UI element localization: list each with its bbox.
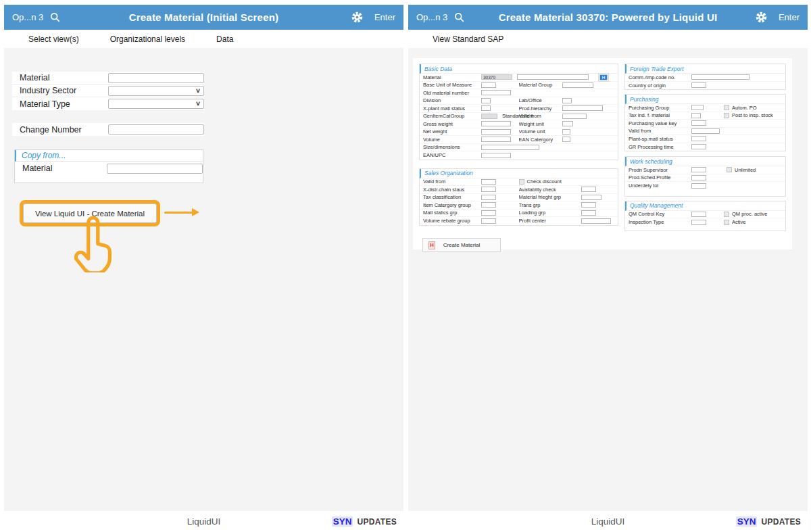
field-row: Old material number <box>420 89 618 97</box>
volume-input[interactable] <box>481 137 511 142</box>
tab-data[interactable]: Data <box>216 34 233 44</box>
valid-from-input[interactable] <box>481 179 496 185</box>
gear-icon[interactable] <box>351 11 364 24</box>
comm-imp-code-no-input[interactable] <box>691 74 749 80</box>
valid-from-input[interactable] <box>562 114 587 119</box>
copy-material-row: Material <box>15 162 203 175</box>
trans-grp-input[interactable] <box>581 202 596 208</box>
inspection-type-label: Inspection Type <box>629 219 691 225</box>
availablity-check-input[interactable] <box>581 187 596 192</box>
left-tabbar: Select view(s) Organizational levels Dat… <box>4 30 403 48</box>
left-panel: Op...n 3 Create Material (Initial Screen… <box>4 5 403 532</box>
back-button[interactable]: Op...n 3 <box>416 12 447 22</box>
inspection-type-input[interactable] <box>691 220 706 225</box>
right-tabbar: View Standard SAP <box>408 30 808 48</box>
gross-weight-input[interactable] <box>481 121 511 126</box>
material-frieght-grp-input[interactable] <box>581 195 601 200</box>
enter-button[interactable]: Enter <box>779 12 800 22</box>
size-dimensions-input[interactable] <box>481 145 539 150</box>
create-material-button[interactable]: H Create Material <box>422 238 501 252</box>
field-row: Inspection TypeActive <box>625 218 785 226</box>
sales-organization-section-title: Sales Organization <box>420 169 618 178</box>
ean-catergory-input[interactable] <box>562 137 570 142</box>
material-group-input[interactable] <box>562 82 593 88</box>
purchasing-group-label: Purchasing Group <box>629 105 691 111</box>
volume-unit-input[interactable] <box>562 129 570 135</box>
net-weight-input[interactable] <box>481 129 511 135</box>
volume-label: Volume <box>423 137 481 143</box>
autom-po-checkbox[interactable] <box>724 105 729 110</box>
material-input[interactable] <box>517 74 589 80</box>
qm-control-key-input[interactable] <box>691 212 706 217</box>
gr-processing-time-label: GR Processing time <box>629 144 691 150</box>
page: Op...n 3 Create Material (Initial Screen… <box>0 0 811 532</box>
volume-rebate-group-input[interactable] <box>481 218 496 224</box>
country-of-origin-input[interactable] <box>691 82 706 88</box>
x-distr-chain-staus-input[interactable] <box>481 187 496 192</box>
underdely-tol-input[interactable] <box>691 183 706 189</box>
info-icon[interactable]: H <box>599 74 608 80</box>
change-number-group: Change Number <box>12 123 204 136</box>
weight-unit-input[interactable] <box>562 121 573 126</box>
tax-classification-label: Tax classification <box>423 194 481 200</box>
weight-unit-label: Weight unit <box>519 121 562 127</box>
unlimited-label: Unlimited <box>735 167 756 173</box>
active-checkbox[interactable] <box>724 220 729 225</box>
base-unit-of-measure-input[interactable] <box>481 82 496 88</box>
tab-view-standard-sap[interactable]: View Standard SAP <box>433 34 503 44</box>
material-type-label: Material Type <box>20 99 70 109</box>
gr-processing-time-input[interactable] <box>691 144 706 149</box>
syn-updates-logo[interactable]: SYN UPDATES <box>332 516 403 527</box>
industry-sector-select[interactable]: ∨ <box>108 86 204 96</box>
hand-cursor-icon <box>62 213 122 275</box>
syn-updates-logo[interactable]: SYN UPDATES <box>736 516 808 527</box>
prod-sched-profile-input[interactable] <box>691 175 706 180</box>
change-number-label: Change Number <box>20 125 82 135</box>
tax-classification-input[interactable] <box>481 195 496 200</box>
plant-sp-matl-status-label: Plant-sp.matl status <box>629 136 691 142</box>
sap-form-card: Basic DataMaterial30370HBase Unit of Mea… <box>413 58 792 249</box>
x-plant-matl-status-input[interactable] <box>481 105 491 111</box>
purchasing-group-input[interactable] <box>691 105 704 110</box>
purchasing-section: PurchasingPurchasing GroupAutom. POTax i… <box>624 94 786 151</box>
profit-center-input[interactable] <box>581 218 611 224</box>
change-number-input[interactable] <box>108 124 204 135</box>
x-distr-chain-staus-label: X-distr.chain staus <box>423 187 481 193</box>
matl-statics-grp-input[interactable] <box>481 210 496 216</box>
prodn-supervisor-input[interactable] <box>691 167 706 172</box>
check-discount-label: Check discount <box>527 178 562 185</box>
item-catergory-group-input[interactable] <box>481 202 496 208</box>
gear-icon[interactable] <box>755 11 768 24</box>
back-button[interactable]: Op...n 3 <box>12 12 43 22</box>
copy-material-input[interactable] <box>107 164 203 174</box>
material-row: Material <box>12 72 204 84</box>
qm-proc-active-checkbox[interactable] <box>724 212 729 217</box>
field-row: X-plant matl statusProd.hierarchy <box>420 105 618 113</box>
material-input[interactable] <box>108 73 204 83</box>
item-catergory-group-label: Item Catergory group <box>423 202 481 208</box>
old-material-number-input[interactable] <box>481 90 511 95</box>
volume-rebate-group-label: Volume rebate group <box>423 218 481 224</box>
ean-upc-input[interactable] <box>481 153 511 158</box>
plant-sp-matl-status-input[interactable] <box>691 136 706 141</box>
change-number-row: Change Number <box>12 123 204 136</box>
unlimited-checkbox[interactable] <box>727 167 732 172</box>
valid-from-input[interactable] <box>691 128 720 134</box>
tax-ind-f-material-input[interactable] <box>691 113 701 118</box>
material-type-select[interactable]: ∨ <box>108 99 204 109</box>
division-input[interactable] <box>481 98 491 103</box>
check-discount-checkbox[interactable] <box>519 179 524 185</box>
post-to-insp-stock-checkbox[interactable] <box>724 113 729 118</box>
prod-hierarchy-input[interactable] <box>562 105 603 111</box>
search-icon[interactable] <box>50 12 60 22</box>
enter-button[interactable]: Enter <box>374 12 395 22</box>
lab-office-input[interactable] <box>562 98 572 103</box>
purchasing-value-key-label: Purchasing value key <box>629 120 691 126</box>
purchasing-value-key-input[interactable] <box>691 120 706 126</box>
search-icon[interactable] <box>454 12 464 22</box>
tab-select-views[interactable]: Select view(s) <box>28 34 79 44</box>
field-row: Valid fromCheck discount <box>420 178 618 187</box>
tab-organizational-levels[interactable]: Organizational levels <box>110 34 185 44</box>
volume-unit-label: Volume unit <box>519 128 562 135</box>
loading-grp-input[interactable] <box>581 210 596 216</box>
